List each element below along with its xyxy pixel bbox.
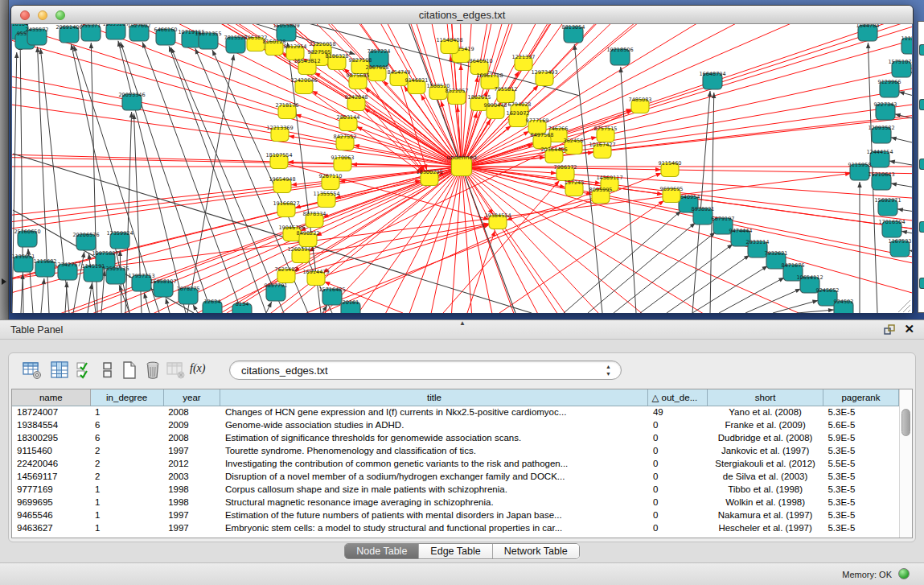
cell-title[interactable]: Corpus callosum shape and size in male p… [220, 483, 648, 496]
cell-in_degree[interactable]: 1 [90, 521, 163, 534]
cell-in_degree[interactable]: 2 [90, 470, 163, 483]
cell-short[interactable]: Stergiakouli et al. (2012) [708, 457, 823, 470]
cell-pagerank[interactable]: 5.3E-5 [823, 496, 898, 509]
resize-grip-icon[interactable] [898, 300, 910, 312]
cell-year[interactable]: 1997 [163, 509, 220, 521]
window-titlebar[interactable]: citations_edges.txt [11, 6, 913, 24]
cell-in_degree[interactable]: 1 [90, 406, 163, 418]
cell-name[interactable]: 9115460 [12, 444, 90, 457]
column-header-title[interactable]: title [220, 389, 648, 406]
splitter-caret-icon[interactable]: ▲ [459, 319, 466, 327]
table-row[interactable]: 946362711997Embryonic stem cells: a mode… [12, 521, 899, 534]
column-header-name[interactable]: name [12, 389, 90, 406]
cell-short[interactable]: de Silva et al. (2003) [708, 470, 823, 483]
cell-title[interactable]: Genome-wide association studies in ADHD. [220, 418, 648, 431]
split-panel-icon[interactable] [97, 360, 118, 381]
cell-out_de[interactable]: 49 [648, 406, 708, 418]
cell-short[interactable]: Tibbo et al. (1998) [708, 483, 823, 496]
cell-pagerank[interactable]: 5.5E-5 [823, 457, 898, 470]
cell-year[interactable]: 2012 [163, 457, 220, 470]
cell-out_de[interactable]: 0 [648, 431, 708, 444]
cell-name[interactable]: 22420046 [12, 457, 90, 470]
delete-table-icon[interactable] [166, 360, 187, 381]
cell-short[interactable]: Wolkin et al. (1998) [708, 496, 823, 509]
cell-title[interactable]: Estimation of the future numbers of pati… [220, 509, 648, 521]
cell-year[interactable]: 1998 [163, 483, 220, 496]
cell-title[interactable]: Embryonic stem cells: a model to study s… [220, 521, 648, 534]
cell-short[interactable]: Nakamura et al. (1997) [708, 509, 823, 521]
table-row[interactable]: 911546021997Tourette syndrome. Phenomeno… [12, 444, 899, 457]
cell-pagerank[interactable]: 5.3E-5 [823, 521, 898, 534]
network-canvas[interactable]: 1161049553724355722069140695537110653287… [12, 24, 912, 313]
cell-out_de[interactable]: 0 [648, 521, 708, 534]
cell-year[interactable]: 2008 [163, 431, 220, 444]
cell-in_degree[interactable]: 1 [90, 496, 163, 509]
cell-short[interactable]: Yano et al. (2008) [708, 406, 823, 418]
cell-name[interactable]: 9465546 [12, 509, 90, 521]
show-columns-icon[interactable] [49, 360, 70, 381]
cell-year[interactable]: 1997 [163, 521, 220, 534]
cell-out_de[interactable]: 0 [648, 457, 708, 470]
cell-name[interactable]: 9777169 [12, 483, 90, 496]
cell-short[interactable]: Jankovic et al. (1997) [708, 444, 823, 457]
cell-name[interactable]: 18724007 [12, 406, 90, 418]
cell-title[interactable]: Tourette syndrome. Phenomenology and cla… [220, 444, 648, 457]
table-row[interactable]: 1872400712008Changes of HCN gene express… [12, 406, 899, 418]
table-scrollbar-thumb[interactable] [901, 409, 910, 436]
cell-in_degree[interactable]: 2 [90, 444, 163, 457]
cell-out_de[interactable]: 0 [648, 483, 708, 496]
cell-pagerank[interactable]: 5.3E-5 [823, 406, 898, 418]
select-rows-icon[interactable] [74, 360, 95, 381]
panel-collapse-arrow-icon[interactable] [2, 278, 6, 285]
table-row[interactable]: 946554611997Estimation of the future num… [12, 509, 899, 521]
table-mode-icon[interactable] [22, 360, 43, 381]
tab-network-table[interactable]: Network Table [492, 544, 579, 558]
cell-out_de[interactable]: 0 [648, 470, 708, 483]
table-row[interactable]: 1456911722003Disruption of a novel membe… [12, 470, 899, 483]
table-row[interactable]: 1938455462009Genome-wide association stu… [12, 418, 899, 431]
memory-status-icon[interactable] [898, 568, 910, 579]
cell-pagerank[interactable]: 5.3E-5 [823, 509, 898, 521]
create-column-icon[interactable] [119, 360, 140, 381]
cell-short[interactable]: Hescheler et al. (1997) [708, 521, 823, 534]
column-header-pagerank[interactable]: pagerank [823, 389, 898, 406]
cell-name[interactable]: 14569117 [12, 470, 90, 483]
cell-out_de[interactable]: 0 [648, 496, 708, 509]
table-row[interactable]: 969969511998Structural magnetic resonanc… [12, 496, 899, 509]
cell-out_de[interactable]: 0 [648, 418, 708, 431]
column-header-short[interactable]: short [708, 389, 823, 406]
cell-name[interactable]: 19384554 [12, 418, 90, 431]
table-row[interactable]: 977716911998Corpus callosum shape and si… [12, 483, 899, 496]
table-row[interactable]: 1830029562008Estimation of significance … [12, 431, 899, 444]
cell-pagerank[interactable]: 5.3E-5 [823, 483, 898, 496]
cell-year[interactable]: 1998 [163, 496, 220, 509]
cell-in_degree[interactable]: 6 [90, 431, 163, 444]
cell-pagerank[interactable]: 5.9E-5 [823, 431, 898, 444]
column-header-out_de[interactable]: △ out_de... [648, 389, 708, 406]
cell-in_degree[interactable]: 2 [90, 457, 163, 470]
cell-title[interactable]: Estimation of significance thresholds fo… [220, 431, 648, 444]
cell-short[interactable]: Franke et al. (2009) [708, 418, 823, 431]
cell-in_degree[interactable]: 6 [90, 418, 163, 431]
column-header-year[interactable]: year [163, 389, 220, 406]
cell-year[interactable]: 2003 [163, 470, 220, 483]
cell-title[interactable]: Disruption of a novel member of a sodium… [220, 470, 648, 483]
delete-column-icon[interactable] [142, 360, 163, 381]
cell-title[interactable]: Structural magnetic resonance image aver… [220, 496, 648, 509]
column-header-in_degree[interactable]: in_degree [90, 389, 163, 406]
cell-pagerank[interactable]: 5.3E-5 [823, 444, 898, 457]
cell-out_de[interactable]: 0 [648, 444, 708, 457]
table-selector-dropdown[interactable]: citations_edges.txt ▲▼ [229, 360, 622, 380]
cell-pagerank[interactable]: 5.6E-5 [823, 418, 898, 431]
cell-pagerank[interactable]: 5.3E-5 [823, 470, 898, 483]
tab-node-table[interactable]: Node Table [345, 544, 418, 558]
close-panel-icon[interactable]: ✕ [904, 322, 914, 336]
cell-short[interactable]: Dudbridge et al. (2008) [708, 431, 823, 444]
cell-title[interactable]: Investigating the contribution of common… [220, 457, 648, 470]
function-builder-icon[interactable]: f(x) [190, 362, 211, 383]
cell-name[interactable]: 9699695 [12, 496, 90, 509]
citation-graph[interactable]: 1161049553724355722069140695537110653287… [12, 24, 912, 313]
float-panel-icon[interactable] [884, 324, 895, 336]
cell-in_degree[interactable]: 1 [90, 483, 163, 496]
table-scrollbar[interactable] [899, 389, 912, 538]
